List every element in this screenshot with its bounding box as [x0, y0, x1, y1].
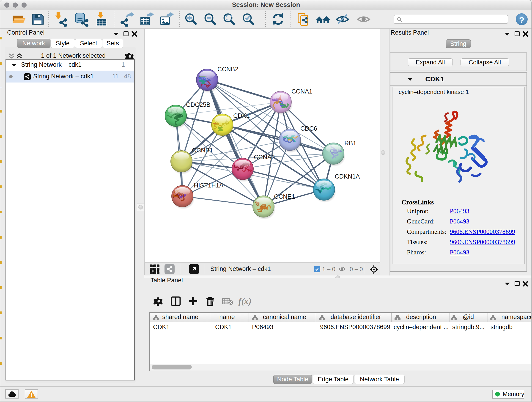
- svg-text:CCNB2: CCNB2: [217, 66, 239, 73]
- svg-text:RB1: RB1: [344, 140, 356, 147]
- svg-text:CDC25B: CDC25B: [186, 101, 210, 108]
- svg-text:CDC6: CDC6: [300, 125, 317, 132]
- svg-text:CDKN1A: CDKN1A: [335, 173, 360, 180]
- svg-text:CCNA1: CCNA1: [291, 88, 312, 95]
- svg-text:CCNA2: CCNA2: [254, 154, 275, 161]
- svg-text:HIST1H1A: HIST1H1A: [194, 182, 223, 189]
- svg-text:CDK1: CDK1: [233, 112, 250, 119]
- svg-text:CCNE1: CCNE1: [274, 193, 295, 200]
- svg-text:CCNB1: CCNB1: [192, 147, 213, 154]
